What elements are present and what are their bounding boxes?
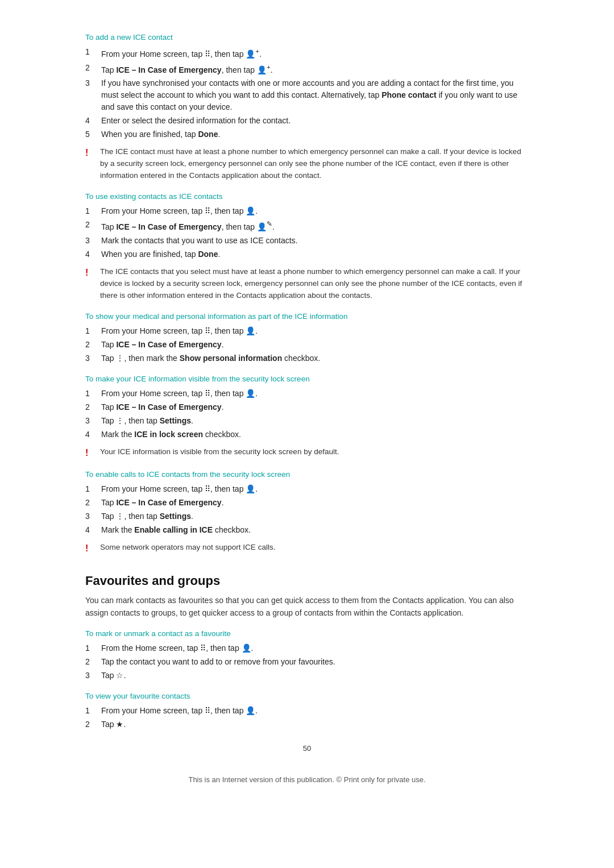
step-num: 3 — [85, 77, 101, 89]
list-item: 4 Mark the ICE in lock screen checkbox. — [85, 429, 529, 441]
apps-icon: ⠿ — [205, 706, 210, 715]
step-num: 4 — [85, 524, 101, 536]
bold-text: Show personal information — [180, 354, 282, 363]
step-num: 1 — [85, 483, 101, 495]
step-num: 2 — [85, 656, 101, 668]
section-favourites: Favourites and groups You can mark conta… — [85, 574, 529, 731]
step-text: From your Home screen, tap ⠿, then tap 👤… — [101, 325, 529, 337]
apps-icon: ⠿ — [205, 484, 210, 493]
note-block: ! The ICE contacts that you select must … — [85, 266, 529, 302]
list-item: 2 Tap ICE – In Case of Emergency, then t… — [85, 62, 529, 76]
step-num: 4 — [85, 115, 101, 127]
step-num: 1 — [85, 205, 101, 217]
person-icon: 👤 — [246, 706, 255, 715]
note-block: ! Your ICE information is visible from t… — [85, 446, 529, 460]
bold-text: Phone contact — [381, 90, 436, 99]
list-item: 1 From your Home screen, tap ⠿, then tap… — [85, 325, 529, 337]
intro-text-favourites: You can mark contacts as favourites so t… — [85, 594, 529, 620]
apps-icon: ⠿ — [200, 643, 206, 653]
step-text: When you are finished, tap Done. — [101, 128, 529, 140]
person-icon: 👤 — [242, 643, 251, 653]
step-text: Mark the Enable calling in ICE checkbox. — [101, 524, 529, 536]
step-num: 3 — [85, 510, 101, 522]
section-heading-add-ice: To add a new ICE contact — [85, 33, 529, 41]
step-num: 3 — [85, 670, 101, 682]
step-text: Tap ICE – In Case of Emergency. — [101, 497, 529, 509]
step-text: Tap ICE – In Case of Emergency, then tap… — [101, 62, 529, 76]
list-item: 3 Mark the contacts that you want to use… — [85, 235, 529, 247]
steps-list-mark-fav: 1 From the Home screen, tap ⠿, then tap … — [85, 642, 529, 682]
steps-list-calls: 1 From your Home screen, tap ⠿, then tap… — [85, 483, 529, 536]
list-item: 4 When you are finished, tap Done. — [85, 248, 529, 260]
section-show-medical: To show your medical and personal inform… — [85, 312, 529, 364]
step-text: When you are finished, tap Done. — [101, 248, 529, 260]
bold-text: ICE – In Case of Emergency — [116, 65, 221, 74]
page-content: To add a new ICE contact 1 From your Hom… — [85, 0, 529, 818]
step-text: Enter or select the desired information … — [101, 115, 529, 127]
list-item: 1 From the Home screen, tap ⠿, then tap … — [85, 642, 529, 654]
steps-list-add-ice: 1 From your Home screen, tap ⠿, then tap… — [85, 46, 529, 140]
step-text: From your Home screen, tap ⠿, then tap 👤… — [101, 46, 529, 60]
list-item: 4 Mark the Enable calling in ICE checkbo… — [85, 524, 529, 536]
section-heading-calls: To enable calls to ICE contacts from the… — [85, 470, 529, 479]
list-item: 2 Tap ICE – In Case of Emergency. — [85, 401, 529, 413]
section-heading-mark-fav: To mark or unmark a contact as a favouri… — [85, 629, 529, 638]
person-icon: 👤 — [246, 49, 255, 59]
step-text: Tap ICE – In Case of Emergency. — [101, 339, 529, 351]
section-heading-medical: To show your medical and personal inform… — [85, 312, 529, 321]
bold-text: ICE – In Case of Emergency — [116, 402, 221, 412]
note-text: Your ICE information is visible from the… — [100, 446, 339, 458]
list-item: 3 If you have synchronised your contacts… — [85, 77, 529, 113]
step-text: Mark the ICE in lock screen checkbox. — [101, 429, 529, 441]
step-num: 2 — [85, 62, 101, 74]
step-text: From your Home screen, tap ⠿, then tap 👤… — [101, 705, 529, 717]
note-text: The ICE contact must have at least a pho… — [100, 146, 529, 182]
list-item: 1 From your Home screen, tap ⠿, then tap… — [85, 705, 529, 717]
apps-icon: ⠿ — [205, 49, 210, 59]
step-text: From the Home screen, tap ⠿, then tap 👤. — [101, 642, 529, 654]
step-text: Tap ICE – In Case of Emergency, then tap… — [101, 219, 529, 233]
step-num: 1 — [85, 325, 101, 337]
list-item: 3 Tap ☆. — [85, 670, 529, 682]
note-icon: ! — [85, 266, 96, 280]
list-item: 1 From your Home screen, tap ⠿, then tap… — [85, 483, 529, 495]
person-add-icon: 👤 — [257, 65, 267, 74]
step-text: Tap ICE – In Case of Emergency. — [101, 401, 529, 413]
list-item: 2 Tap ★. — [85, 719, 529, 730]
apps-icon: ⠿ — [205, 206, 210, 215]
step-text: If you have synchronised your contacts w… — [101, 77, 529, 113]
note-icon: ! — [85, 446, 96, 460]
person-icon: 👤 — [246, 206, 255, 215]
note-block: ! Some network operators may not support… — [85, 542, 529, 555]
section-use-existing-ice: To use existing contacts as ICE contacts… — [85, 192, 529, 301]
note-icon: ! — [85, 146, 96, 160]
step-text: Tap the contact you want to add to or re… — [101, 656, 529, 668]
section-ice-lock: To make your ICE information visible fro… — [85, 375, 529, 460]
step-num: 1 — [85, 705, 101, 717]
step-num: 3 — [85, 352, 101, 364]
step-text: Tap ★. — [101, 719, 529, 730]
section-heading-view-fav: To view your favourite contacts — [85, 692, 529, 700]
step-num: 2 — [85, 497, 101, 509]
apps-icon: ⠿ — [205, 389, 210, 398]
person-icon: 👤 — [246, 326, 255, 335]
step-num: 1 — [85, 388, 101, 400]
list-item: 5 When you are finished, tap Done. — [85, 128, 529, 140]
list-item: 1 From your Home screen, tap ⠿, then tap… — [85, 46, 529, 60]
page-footer: This is an Internet version of this publ… — [85, 775, 529, 784]
note-text: Some network operators may not support I… — [100, 542, 275, 554]
list-item: 3 Tap ⋮, then tap Settings. — [85, 415, 529, 427]
note-text: The ICE contacts that you select must ha… — [100, 266, 529, 302]
list-item: 1 From your Home screen, tap ⠿, then tap… — [85, 388, 529, 400]
subsection-mark-fav: To mark or unmark a contact as a favouri… — [85, 629, 529, 682]
note-icon: ! — [85, 542, 96, 555]
steps-list-medical: 1 From your Home screen, tap ⠿, then tap… — [85, 325, 529, 364]
bold-text: ICE – In Case of Emergency — [116, 340, 221, 349]
section-add-ice: To add a new ICE contact 1 From your Hom… — [85, 33, 529, 182]
step-text: Mark the contacts that you want to use a… — [101, 235, 529, 247]
bold-text: ICE – In Case of Emergency — [116, 222, 221, 231]
step-num: 3 — [85, 235, 101, 247]
list-item: 2 Tap ICE – In Case of Emergency, then t… — [85, 219, 529, 233]
step-num: 1 — [85, 642, 101, 654]
steps-list-use-ice: 1 From your Home screen, tap ⠿, then tap… — [85, 205, 529, 260]
